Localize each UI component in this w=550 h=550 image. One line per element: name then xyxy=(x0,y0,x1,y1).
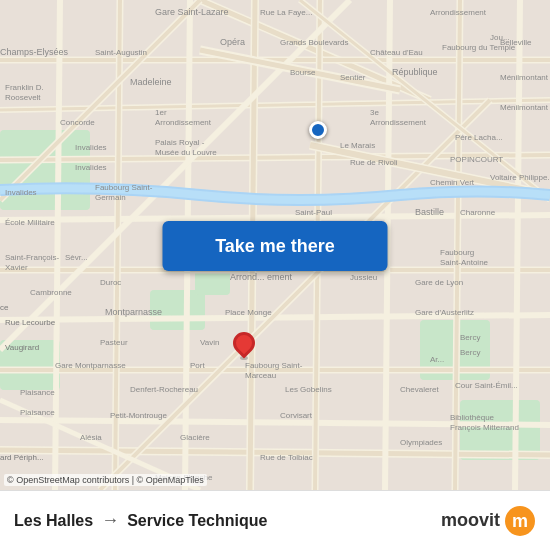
svg-text:Ménilmontant: Ménilmontant xyxy=(500,103,549,112)
svg-text:Bastille: Bastille xyxy=(415,207,444,217)
svg-text:Invalides: Invalides xyxy=(5,188,37,197)
svg-text:Père Lacha...: Père Lacha... xyxy=(455,133,503,142)
svg-text:Charonne: Charonne xyxy=(460,208,496,217)
svg-text:Bercy: Bercy xyxy=(460,333,480,342)
svg-text:Bourse: Bourse xyxy=(290,68,316,77)
destination-label: Service Technique xyxy=(127,512,267,530)
svg-text:Opéra: Opéra xyxy=(220,37,245,47)
svg-text:Chemin Vert: Chemin Vert xyxy=(430,178,475,187)
svg-text:Les Gobelins: Les Gobelins xyxy=(285,385,332,394)
footer-bar: Les Halles → Service Technique moovit m xyxy=(0,490,550,550)
svg-text:Arrondissement: Arrondissement xyxy=(370,118,427,127)
svg-text:Corvisart: Corvisart xyxy=(280,411,313,420)
svg-text:Belleville: Belleville xyxy=(500,38,532,47)
svg-text:ard Périph...: ard Périph... xyxy=(0,453,44,462)
map-container: Gare Saint-Lazare Rue La Faye... Arrondi… xyxy=(0,0,550,490)
svg-text:Sèvr...: Sèvr... xyxy=(65,253,88,262)
svg-text:Rue de Rivoli: Rue de Rivoli xyxy=(350,158,398,167)
svg-text:Grands Boulevards: Grands Boulevards xyxy=(280,38,348,47)
moovit-logo: moovit m xyxy=(441,505,536,537)
svg-text:République: République xyxy=(392,67,438,77)
svg-text:Saint-Antoine: Saint-Antoine xyxy=(440,258,489,267)
svg-text:Faubourg Saint-: Faubourg Saint- xyxy=(245,361,303,370)
svg-text:Bercy: Bercy xyxy=(460,348,480,357)
svg-text:Franklin D.: Franklin D. xyxy=(5,83,44,92)
origin-marker xyxy=(309,121,327,139)
svg-text:Faubourg: Faubourg xyxy=(440,248,474,257)
svg-text:Vavin: Vavin xyxy=(200,338,219,347)
svg-text:3e: 3e xyxy=(370,108,379,117)
svg-text:Palais Royal -: Palais Royal - xyxy=(155,138,205,147)
svg-text:Olympiades: Olympiades xyxy=(400,438,442,447)
moovit-text: moovit xyxy=(441,510,500,531)
origin-label: Les Halles xyxy=(14,512,93,530)
svg-text:Marceau: Marceau xyxy=(245,371,276,380)
svg-text:Concorde: Concorde xyxy=(60,118,95,127)
svg-text:Sentier: Sentier xyxy=(340,73,366,82)
svg-text:École Militaire: École Militaire xyxy=(5,218,55,227)
svg-text:Gare Saint-Lazare: Gare Saint-Lazare xyxy=(155,7,229,17)
svg-text:Ar...: Ar... xyxy=(430,355,444,364)
svg-text:Jussieu: Jussieu xyxy=(350,273,377,282)
svg-text:Champs-Elysées: Champs-Elysées xyxy=(0,47,69,57)
svg-text:Rue de Tolbiac: Rue de Tolbiac xyxy=(260,453,313,462)
svg-text:Saint-Augustin: Saint-Augustin xyxy=(95,48,147,57)
svg-text:Voltaire Philippe...: Voltaire Philippe... xyxy=(490,173,550,182)
svg-text:Saint-François-: Saint-François- xyxy=(5,253,60,262)
svg-text:Le Marais: Le Marais xyxy=(340,141,375,150)
map-attribution: © OpenStreetMap contributors | © OpenMap… xyxy=(4,474,207,486)
svg-text:POPINCOURT: POPINCOURT xyxy=(450,155,503,164)
svg-text:ce: ce xyxy=(0,303,9,312)
moovit-icon: m xyxy=(504,505,536,537)
svg-text:Place Monge: Place Monge xyxy=(225,308,272,317)
svg-text:Vaugirard: Vaugirard xyxy=(5,343,39,352)
svg-text:Invalides: Invalides xyxy=(75,143,107,152)
svg-text:Faubourg Saint-: Faubourg Saint- xyxy=(95,183,153,192)
svg-text:Madeleine: Madeleine xyxy=(130,77,172,87)
route-info: Les Halles → Service Technique xyxy=(14,510,441,531)
svg-text:Plaisance: Plaisance xyxy=(20,408,55,417)
svg-text:Plaisance: Plaisance xyxy=(20,388,55,397)
svg-text:Duroc: Duroc xyxy=(100,278,121,287)
svg-text:Gare d'Austerlitz: Gare d'Austerlitz xyxy=(415,308,474,317)
svg-text:Ménilmontant: Ménilmontant xyxy=(500,73,549,82)
svg-text:Glacière: Glacière xyxy=(180,433,210,442)
svg-text:Pasteur: Pasteur xyxy=(100,338,128,347)
svg-text:Cambronne: Cambronne xyxy=(30,288,72,297)
arrow-icon: → xyxy=(101,510,119,531)
svg-text:Arrondissement: Arrondissement xyxy=(155,118,212,127)
svg-text:Château d'Eau: Château d'Eau xyxy=(370,48,423,57)
svg-text:Gare Montparnasse: Gare Montparnasse xyxy=(55,361,126,370)
take-me-there-button[interactable]: Take me there xyxy=(163,221,388,271)
svg-text:Xavier: Xavier xyxy=(5,263,28,272)
svg-text:Invalides: Invalides xyxy=(75,163,107,172)
svg-text:Chevaleret: Chevaleret xyxy=(400,385,439,394)
svg-text:m: m xyxy=(512,511,528,531)
svg-text:Arrond... ement: Arrond... ement xyxy=(230,272,293,282)
svg-text:Gare de Lyon: Gare de Lyon xyxy=(415,278,463,287)
svg-text:1er: 1er xyxy=(155,108,167,117)
svg-text:Roosevelt: Roosevelt xyxy=(5,93,41,102)
svg-text:Rue Lecourbe: Rue Lecourbe xyxy=(5,318,56,327)
svg-text:Musée du Louvre: Musée du Louvre xyxy=(155,148,217,157)
svg-text:Bibliothèque: Bibliothèque xyxy=(450,413,495,422)
destination-marker xyxy=(233,332,255,360)
svg-text:Montparnasse: Montparnasse xyxy=(105,307,162,317)
svg-text:Cour Saint-Émil...: Cour Saint-Émil... xyxy=(455,381,518,390)
svg-text:Petit-Montrouge: Petit-Montrouge xyxy=(110,411,167,420)
svg-text:François Mitterrand: François Mitterrand xyxy=(450,423,519,432)
svg-text:Arrondissement: Arrondissement xyxy=(430,8,487,17)
svg-text:Denfert-Rochereau: Denfert-Rochereau xyxy=(130,385,198,394)
svg-text:Germain: Germain xyxy=(95,193,126,202)
svg-text:Saint-Paul: Saint-Paul xyxy=(295,208,332,217)
svg-rect-6 xyxy=(195,270,230,295)
svg-text:Port: Port xyxy=(190,361,205,370)
svg-text:Rue La Faye...: Rue La Faye... xyxy=(260,8,312,17)
svg-text:Alésia: Alésia xyxy=(80,433,102,442)
